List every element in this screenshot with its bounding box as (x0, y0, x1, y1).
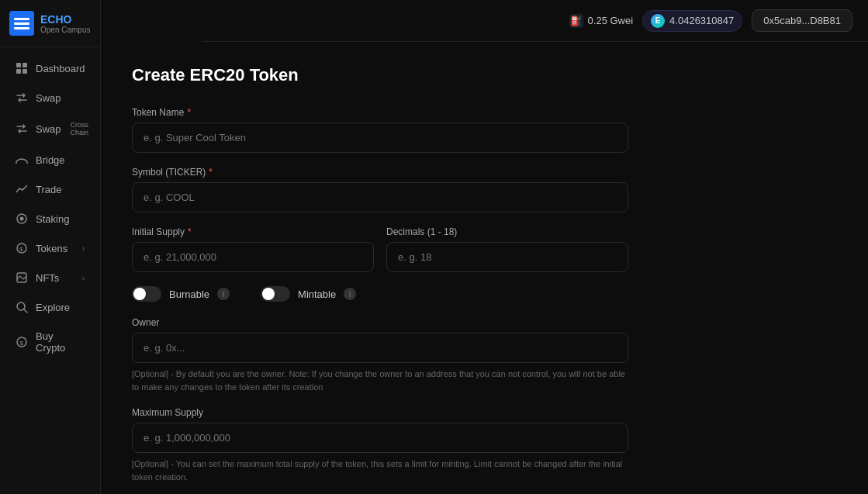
balance-value: 4.0426310847 (669, 15, 734, 26)
sidebar: ECHO Open Campus Dashboard (0, 0, 101, 494)
sidebar-nav: Dashboard Swap Swap Cross Chain (0, 47, 100, 494)
sidebar-item-dashboard[interactable]: Dashboard (5, 54, 95, 82)
tokens-icon: $ (16, 242, 28, 254)
sidebar-item-swap-label: Swap (36, 92, 61, 104)
wallet-address[interactable]: 0x5cab9...D8B81 (752, 9, 852, 32)
svg-rect-0 (16, 63, 21, 67)
sidebar-item-staking-label: Staking (36, 213, 69, 225)
initial-supply-required: * (188, 226, 192, 237)
dashboard-icon (16, 62, 28, 74)
token-name-group: Token Name * (132, 107, 628, 153)
svg-text:$: $ (19, 246, 23, 253)
max-supply-group: Maximum Supply [Optional] - You can set … (132, 407, 628, 483)
balance-display[interactable]: E 4.0426310847 (642, 10, 742, 32)
mintable-toggle[interactable] (261, 286, 290, 302)
initial-supply-group: Initial Supply * (132, 226, 374, 272)
swap-icon (16, 92, 28, 104)
mintable-label: Mintable (298, 288, 336, 300)
app-subtitle: Open Campus (40, 26, 90, 34)
max-supply-label: Maximum Supply (132, 407, 628, 418)
sidebar-item-tokens-label: Tokens (36, 243, 67, 254)
sidebar-item-trade[interactable]: Trade (5, 175, 95, 203)
nfts-icon (16, 271, 28, 284)
svg-line-12 (24, 309, 27, 313)
svg-text:$: $ (20, 340, 24, 347)
symbol-required: * (209, 167, 213, 178)
gas-pump-icon: ⛽ (569, 14, 583, 28)
swap-cross-icon (16, 123, 28, 135)
sidebar-item-dashboard-label: Dashboard (36, 63, 85, 74)
sidebar-item-bridge[interactable]: Bridge (5, 146, 95, 174)
initial-supply-input[interactable] (132, 242, 374, 272)
trade-icon (16, 183, 28, 195)
decimals-input[interactable] (386, 242, 628, 272)
balance-dot-icon: E (651, 14, 665, 28)
sidebar-item-nfts[interactable]: NFTs › (5, 264, 95, 292)
mintable-toggle-item: Mintable i (261, 286, 356, 302)
owner-input[interactable] (132, 333, 628, 363)
app-name: ECHO (40, 13, 90, 26)
sidebar-item-buy-crypto[interactable]: $ Buy Crypto (5, 323, 95, 361)
sidebar-item-buy-crypto-label: Buy Crypto (36, 330, 85, 354)
svg-rect-1 (22, 63, 27, 67)
symbol-input[interactable] (132, 182, 628, 212)
mintable-info-icon[interactable]: i (344, 288, 356, 300)
topbar: ⛽ 0.25 Gwei E 4.0426310847 0x5cab9...D8B… (202, 0, 868, 42)
sidebar-item-swap-cross-label: Swap (36, 123, 61, 135)
svg-rect-3 (22, 69, 27, 74)
owner-label: Owner (132, 317, 628, 328)
max-supply-input[interactable] (132, 423, 628, 453)
staking-icon (16, 212, 28, 225)
symbol-label: Symbol (TICKER) * (132, 167, 628, 178)
sidebar-item-swap-cross[interactable]: Swap Cross Chain (5, 113, 95, 144)
explore-icon (16, 301, 28, 313)
main-content: Create ERC20 Token Token Name * Symbol (… (101, 42, 868, 494)
owner-group: Owner [Optional] - By default you are th… (132, 317, 628, 393)
logo-icon (9, 11, 34, 36)
token-form: Token Name * Symbol (TICKER) * Initial S… (132, 107, 628, 494)
sidebar-item-staking[interactable]: Staking (5, 205, 95, 233)
svg-rect-2 (16, 69, 21, 74)
sidebar-item-explore-label: Explore (36, 302, 70, 313)
token-name-label: Token Name * (132, 107, 628, 118)
toggle-row: Burnable i Mintable i (132, 286, 628, 302)
burnable-toggle[interactable] (132, 286, 161, 302)
sidebar-item-swap-cross-badge: Cross Chain (71, 121, 89, 136)
sidebar-item-trade-label: Trade (36, 184, 61, 195)
burnable-info-icon[interactable]: i (217, 288, 230, 300)
nfts-arrow-icon: › (82, 274, 85, 282)
burnable-label: Burnable (169, 288, 209, 300)
tokens-arrow-icon: › (82, 244, 85, 253)
sidebar-item-swap[interactable]: Swap (5, 84, 95, 112)
token-name-required: * (187, 107, 191, 118)
supply-decimals-row: Initial Supply * Decimals (1 - 18) (132, 226, 628, 286)
gas-display: ⛽ 0.25 Gwei (569, 14, 634, 28)
svg-point-7 (20, 217, 24, 221)
sidebar-item-bridge-label: Bridge (36, 154, 65, 166)
buy-crypto-icon: $ (16, 336, 28, 348)
sidebar-item-explore[interactable]: Explore (5, 293, 95, 321)
decimals-label: Decimals (1 - 18) (386, 226, 628, 237)
symbol-group: Symbol (TICKER) * (132, 167, 628, 212)
app-logo[interactable]: ECHO Open Campus (0, 0, 100, 47)
decimals-group: Decimals (1 - 18) (386, 226, 628, 272)
gas-value: 0.25 Gwei (588, 15, 634, 26)
burnable-toggle-item: Burnable i (132, 286, 230, 302)
bridge-icon (16, 154, 28, 166)
token-name-input[interactable] (132, 123, 628, 153)
owner-hint: [Optional] - By default you are the owne… (132, 368, 628, 393)
max-supply-hint: [Optional] - You can set the maximum tot… (132, 458, 628, 483)
sidebar-item-tokens[interactable]: $ Tokens › (5, 234, 95, 262)
page-title: Create ERC20 Token (132, 65, 837, 85)
sidebar-item-nfts-label: NFTs (36, 272, 59, 284)
initial-supply-label: Initial Supply * (132, 226, 374, 237)
